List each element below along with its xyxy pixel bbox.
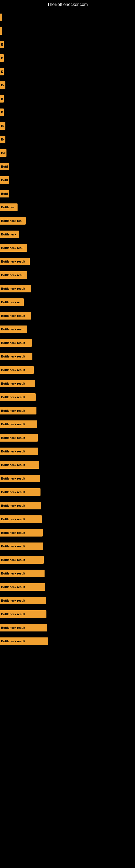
bar: Bottl bbox=[0, 163, 9, 170]
bar-row: Bottleneck result bbox=[0, 594, 135, 607]
bar bbox=[0, 13, 2, 21]
bar-row: Bottleneck result bbox=[0, 404, 135, 417]
bar: Bottleneck result bbox=[0, 352, 32, 360]
bar: Bottleneck result bbox=[0, 624, 47, 631]
bar: Bottleneck result bbox=[0, 597, 46, 604]
bar-label: B bbox=[1, 56, 3, 60]
bar: Bo bbox=[0, 135, 5, 143]
bar-label: Bottleneck bbox=[1, 233, 16, 236]
bar-label: Bottleneck result bbox=[1, 450, 25, 453]
bar-label: Bottleneck result bbox=[1, 572, 25, 575]
bar: Bottleneck result bbox=[0, 447, 38, 455]
bar: Bottleneck result bbox=[0, 366, 34, 374]
bar-label: Bo bbox=[1, 138, 4, 141]
bar-label: Bottleneck result bbox=[1, 599, 25, 602]
bar-row: Bottleneck res bbox=[0, 214, 135, 227]
bar-label: Bottleneck result bbox=[1, 341, 25, 344]
bar-label: Bottleneck result bbox=[1, 287, 25, 290]
bar-row: Bottleneck result bbox=[0, 486, 135, 499]
bar-row: Bottleneck result bbox=[0, 513, 135, 526]
bar: Bottleneck result bbox=[0, 434, 38, 442]
bar-row: Bot bbox=[0, 147, 135, 159]
bar-label: Bottleneck result bbox=[1, 613, 25, 616]
bar-label: Bottleneck result bbox=[1, 382, 25, 385]
bar-label: Bottleneck result bbox=[1, 260, 25, 263]
bar-label: Bottleneck re bbox=[1, 301, 20, 304]
bar: Bottleneck result bbox=[0, 502, 41, 509]
bar-label: Bottlenec bbox=[1, 206, 14, 209]
bar: Bo bbox=[0, 122, 5, 130]
bar-label: Bottl bbox=[1, 179, 8, 182]
bar: Bottl bbox=[0, 176, 9, 184]
bar-row: Bottleneck result bbox=[0, 391, 135, 404]
bar-row: Bottleneck result bbox=[0, 553, 135, 566]
bar-label: E bbox=[1, 70, 3, 73]
bar-row: B bbox=[0, 52, 135, 65]
bar-row: E bbox=[0, 65, 135, 78]
bar-label: Bottleneck result bbox=[1, 490, 25, 494]
bar-row: B bbox=[0, 106, 135, 119]
bar-label: Bottl bbox=[1, 165, 8, 168]
bar: Bottleneck bbox=[0, 230, 19, 238]
bar: B bbox=[0, 95, 4, 102]
bar-row: Bottleneck result bbox=[0, 472, 135, 485]
bar: Bottleneck result bbox=[0, 285, 31, 292]
bar-label: Bottleneck result bbox=[1, 640, 25, 643]
bar: Bottleneck result bbox=[0, 339, 32, 347]
bar-row: Bottleneck result bbox=[0, 499, 135, 512]
bar-label: Bottleneck resu bbox=[1, 273, 24, 277]
bar: Bottleneck result bbox=[0, 610, 46, 618]
bar-row: Bottlenec bbox=[0, 201, 135, 214]
bar-label: B bbox=[1, 111, 3, 114]
bar-row: Bottleneck result bbox=[0, 526, 135, 539]
bar-row: B bbox=[0, 92, 135, 105]
bar-row: Bottleneck result bbox=[0, 336, 135, 349]
bar-row: Bottleneck result bbox=[0, 445, 135, 458]
bar: Bottleneck result bbox=[0, 488, 41, 496]
bar-label: Bottleneck result bbox=[1, 585, 25, 589]
bar-label: Bottleneck result bbox=[1, 626, 25, 629]
bar-row: Bottleneck bbox=[0, 228, 135, 241]
bar-row: Bottleneck result bbox=[0, 418, 135, 431]
bar: Bottleneck result bbox=[0, 583, 45, 591]
bar: Bottleneck resu bbox=[0, 244, 27, 252]
bar: Bottleneck result bbox=[0, 569, 45, 577]
bar-row: Bottleneck result bbox=[0, 540, 135, 553]
bar-row: Bottleneck resu bbox=[0, 241, 135, 254]
bar-label: Bo bbox=[1, 124, 4, 127]
bar-row: Bottleneck result bbox=[0, 635, 135, 648]
bar-label: Bo bbox=[1, 84, 4, 87]
bar: Bot bbox=[0, 149, 6, 157]
bar: Bottleneck res bbox=[0, 217, 26, 225]
bar-label: Bottleneck result bbox=[1, 409, 25, 412]
bar-label: Bottleneck resu bbox=[1, 328, 24, 331]
bar-row: Bottl bbox=[0, 160, 135, 173]
bar: Bottl bbox=[0, 190, 9, 197]
bar-label: Bottleneck result bbox=[1, 314, 25, 317]
bar-row: Bottleneck result bbox=[0, 458, 135, 471]
bar-label: Bottleneck result bbox=[1, 558, 25, 561]
bar-row: Bottleneck result bbox=[0, 255, 135, 268]
bar: Bottleneck result bbox=[0, 312, 31, 319]
bar-row: Bottleneck result bbox=[0, 431, 135, 444]
bar-label: Bottl bbox=[1, 192, 8, 195]
bar-row: Bottl bbox=[0, 174, 135, 187]
bars-container: EBEBoBBBoBoBotBottlBottlBottlBottlenecBo… bbox=[0, 8, 135, 648]
bar-label: Bottleneck result bbox=[1, 545, 25, 548]
bar: Bottleneck result bbox=[0, 393, 36, 401]
bar-label: Bottleneck result bbox=[1, 355, 25, 358]
bar-label: Bottleneck result bbox=[1, 396, 25, 399]
bar-row bbox=[0, 11, 135, 24]
bar-label: Bottleneck result bbox=[1, 436, 25, 439]
bar: Bottleneck result bbox=[0, 258, 30, 265]
bar-label: Bottleneck result bbox=[1, 368, 25, 372]
bar-label: Bottleneck result bbox=[1, 423, 25, 426]
bar-row: E bbox=[0, 38, 135, 51]
bar-row: Bottleneck resu bbox=[0, 269, 135, 282]
bar-row: Bottl bbox=[0, 187, 135, 200]
bar: Bottleneck result bbox=[0, 542, 43, 550]
bar-row: Bottleneck result bbox=[0, 377, 135, 390]
bar-label: Bottleneck result bbox=[1, 504, 25, 507]
bar: E bbox=[0, 41, 4, 48]
bar: Bo bbox=[0, 82, 5, 89]
